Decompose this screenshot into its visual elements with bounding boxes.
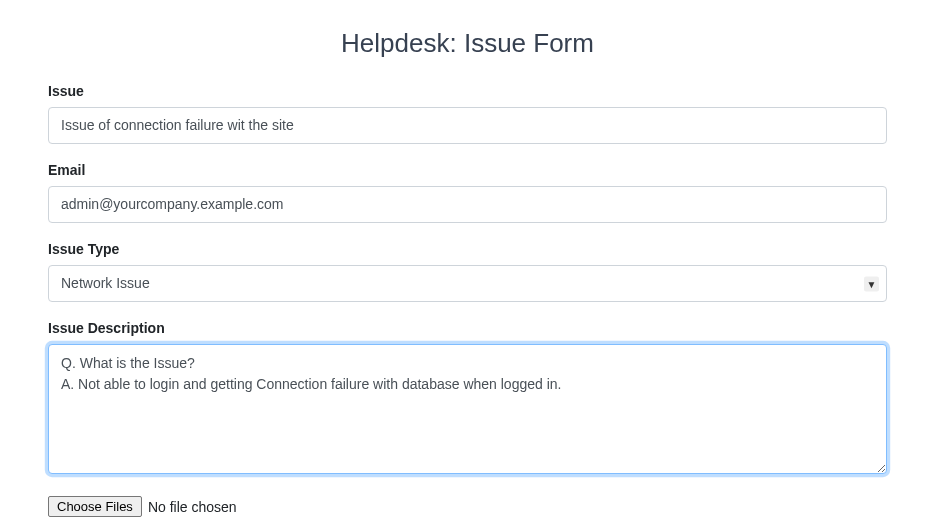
- issue-type-select[interactable]: Network Issue: [48, 265, 887, 302]
- description-textarea[interactable]: Q. What is the Issue? A. Not able to log…: [48, 344, 887, 474]
- issue-group: Issue: [48, 83, 887, 144]
- file-upload-row: Choose Files No file chosen: [48, 496, 887, 517]
- choose-files-button[interactable]: Choose Files: [48, 496, 142, 517]
- issue-input[interactable]: [48, 107, 887, 144]
- description-label: Issue Description: [48, 320, 887, 336]
- issue-type-group: Issue Type Network Issue ▼: [48, 241, 887, 302]
- issue-type-label: Issue Type: [48, 241, 887, 257]
- email-input[interactable]: [48, 186, 887, 223]
- issue-type-select-wrapper: Network Issue ▼: [48, 265, 887, 302]
- form-container: Helpdesk: Issue Form Issue Email Issue T…: [0, 0, 935, 522]
- issue-label: Issue: [48, 83, 887, 99]
- page-title: Helpdesk: Issue Form: [48, 28, 887, 59]
- description-group: Issue Description Q. What is the Issue? …: [48, 320, 887, 478]
- email-group: Email: [48, 162, 887, 223]
- email-label: Email: [48, 162, 887, 178]
- file-status-text: No file chosen: [148, 499, 237, 515]
